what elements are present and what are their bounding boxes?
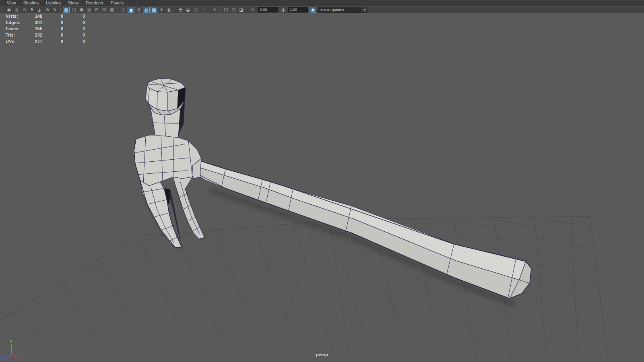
shadows-icon[interactable]: ◐ (166, 7, 173, 13)
hud-value: 148 (18, 14, 42, 19)
hud-row-verts: Verts:14800 (0, 14, 97, 20)
hud-row-edges: Edges:30100 (0, 20, 97, 27)
hud-value: 292 (18, 33, 42, 37)
resolution-gate-icon[interactable]: ▣ (78, 7, 85, 13)
toolbar-separator (209, 7, 209, 12)
hud-value: 0 (69, 20, 85, 25)
hud-value: 0 (47, 26, 63, 31)
motion-blur-icon[interactable]: ◒ (185, 7, 192, 13)
multisample-aa-icon[interactable]: ○ (192, 7, 199, 13)
menu-renderer[interactable]: Renderer (82, 0, 107, 6)
toolbar-separator (247, 7, 247, 12)
camera-add-icon[interactable]: ◎ (13, 7, 20, 13)
hud-value: 0 (47, 20, 63, 25)
toolbar-separator (118, 7, 118, 12)
hammer-model[interactable] (134, 78, 531, 298)
grease-pencil-icon[interactable]: ✎ (52, 7, 58, 13)
hud-value: UVs: (6, 39, 16, 44)
menu-shading[interactable]: Shading (20, 0, 43, 6)
hud-value: 155 (18, 26, 42, 31)
maya-viewport-window: { "menu_bar": { "items": ["View", "Shadi… (0, 0, 644, 362)
toolbar-separator (220, 7, 221, 12)
occlusion-icon[interactable]: ◓ (177, 7, 184, 13)
hud-value: 277 (18, 39, 42, 44)
safe-title-icon[interactable]: ▥ (109, 7, 116, 13)
axis-z-label: z (2, 354, 4, 358)
panel-menu-bar: View Shading Lighting Show Renderer Pane… (0, 0, 644, 6)
handle-contact-shadow (209, 190, 515, 304)
color-management-value: sRGB gamma (320, 7, 345, 12)
hud-row-uvs: UVs:27700 (0, 39, 97, 45)
camera-bookmark-icon[interactable]: ⚑ (29, 7, 35, 13)
hud-row-faces: Faces:15500 (0, 26, 97, 33)
exposure-icon[interactable]: ☼ (249, 7, 256, 13)
object-selection-icon[interactable]: ↖ (211, 7, 218, 13)
viewport-active-border (1, 14, 1, 362)
gate-mask-icon[interactable]: ■ (86, 7, 93, 13)
hud-value: 0 (47, 14, 63, 19)
menu-lighting[interactable]: Lighting (42, 0, 64, 6)
dropdown-caret-icon[interactable]: ▼ (361, 7, 368, 12)
film-gate-icon[interactable]: ▢ (70, 7, 77, 13)
toolbar-separator (175, 7, 175, 12)
hud-value: 0 (47, 39, 63, 44)
view-axis-gizmo[interactable]: Y z x (2, 339, 24, 361)
exposure-field[interactable]: 0.00 (258, 7, 278, 12)
field-chart-icon[interactable]: ⊞ (93, 7, 100, 13)
hud-value: 0 (47, 33, 63, 37)
isolate-add-selected-icon[interactable]: ◰ (230, 7, 237, 13)
hud-value: 301 (18, 20, 42, 25)
viewport-scene[interactable] (0, 14, 644, 362)
wireframe-icon[interactable]: ○ (120, 7, 127, 13)
textured-icon[interactable]: ◔ (135, 7, 142, 13)
isolate-select-icon[interactable]: ◫ (223, 7, 229, 13)
smooth-shade-icon[interactable]: ◼ (128, 7, 134, 13)
default-lighting-icon[interactable]: ☀ (158, 7, 165, 13)
hud-value: 0 (69, 26, 85, 31)
checker-texture-icon[interactable]: ▩ (151, 7, 157, 13)
contrast-icon[interactable]: ◑ (279, 7, 286, 13)
depth-of-field-icon[interactable]: □ (200, 7, 207, 13)
xray-icon[interactable]: ◪ (238, 7, 245, 13)
ground-grid (0, 215, 644, 362)
menu-show[interactable]: Show (64, 0, 82, 6)
hud-value: 0 (69, 33, 85, 37)
toolbar-separator (60, 7, 61, 12)
camera-name-label: persp (0, 352, 644, 357)
playblast-camera-icon[interactable]: ◉ (6, 7, 12, 13)
axis-y-label: Y (9, 340, 12, 344)
toolbar-icon-groups: ◉◎⊙⚑◭⊕✎▦▢▣■⊞▤▥○◼◔◍▩☀◐◓◒○□↖◫◰◪ (5, 7, 245, 13)
menu-view[interactable]: View (3, 0, 20, 6)
color-management-dropdown[interactable]: sRGB gamma ▼ (318, 7, 368, 13)
wireframe-on-shaded-icon[interactable]: ◍ (143, 7, 150, 13)
grid-toggle-icon[interactable]: ▦ (63, 7, 70, 13)
axis-x-label: x (19, 358, 21, 361)
safe-action-icon[interactable]: ▤ (101, 7, 108, 13)
hud-value: 0 (69, 39, 85, 44)
hud-value: 0 (69, 14, 85, 19)
panel-toolbar: ◉◎⊙⚑◭⊕✎▦▢▣■⊞▤▥○◼◔◍▩☀◐◓◒○□↖◫◰◪ ☼ 0.00 ◑ 1… (0, 6, 644, 13)
toolbar-grip[interactable] (1, 8, 4, 12)
hud-value: Verts: (6, 14, 18, 19)
two-d-pan-zoom-icon[interactable]: ⊕ (44, 7, 51, 13)
hud-value: Faces: (6, 26, 20, 31)
gamma-icon[interactable]: ◉ (310, 7, 316, 13)
hud-value: Tris: (6, 33, 15, 37)
image-plane-icon[interactable]: ◭ (36, 7, 43, 13)
contrast-field[interactable]: 1.00 (288, 7, 308, 12)
perspective-viewport[interactable]: Verts:14800Edges:30100Faces:15500Tris:29… (0, 14, 644, 362)
menu-panels[interactable]: Panels (107, 0, 127, 6)
camera-attributes-icon[interactable]: ⊙ (21, 7, 28, 13)
hud-row-tris: Tris:29200 (0, 33, 97, 39)
